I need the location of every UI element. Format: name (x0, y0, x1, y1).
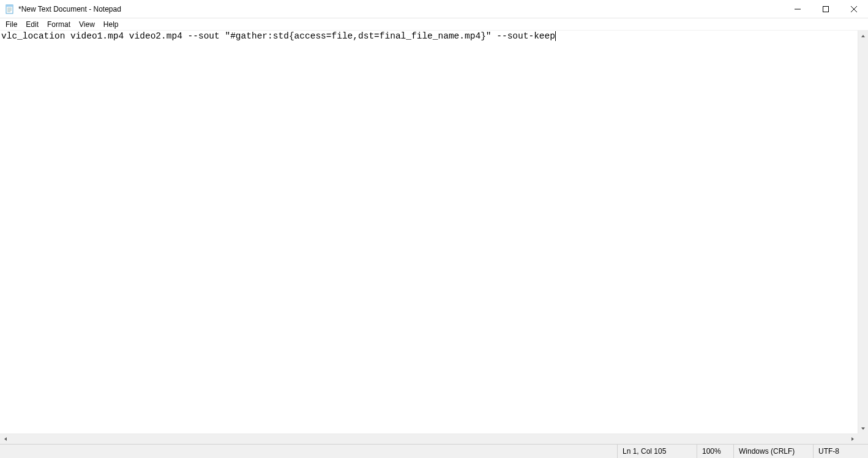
menu-file[interactable]: File (1, 19, 21, 30)
status-encoding: UTF-8 (813, 445, 868, 458)
text-editor[interactable]: vlc_location video1.mp4 video2.mp4 --sou… (0, 31, 858, 434)
text-caret (555, 31, 556, 41)
menu-format[interactable]: Format (43, 19, 75, 30)
horizontal-scrollbar[interactable] (0, 434, 858, 444)
minimize-button[interactable] (784, 0, 812, 18)
close-button[interactable] (840, 0, 868, 18)
window-title: *New Text Document - Notepad (18, 5, 121, 13)
scroll-down-icon[interactable] (858, 423, 868, 434)
svg-marker-10 (861, 35, 865, 37)
scroll-left-icon[interactable] (0, 434, 10, 444)
vertical-scrollbar[interactable] (858, 31, 868, 434)
status-filler (0, 445, 617, 458)
vertical-scroll-track[interactable] (858, 41, 868, 423)
notepad-icon (5, 4, 15, 14)
scroll-corner (858, 434, 868, 444)
svg-marker-13 (851, 437, 854, 441)
maximize-button[interactable] (812, 0, 840, 18)
scroll-up-icon[interactable] (858, 31, 868, 41)
svg-marker-12 (4, 437, 7, 441)
svg-rect-1 (6, 5, 13, 7)
svg-rect-7 (823, 6, 829, 12)
editor-content: vlc_location video1.mp4 video2.mp4 --sou… (1, 31, 555, 41)
horizontal-scroll-track[interactable] (10, 434, 847, 444)
editor-area: vlc_location video1.mp4 video2.mp4 --sou… (0, 31, 868, 444)
status-zoom: 100% (697, 445, 733, 458)
titlebar: *New Text Document - Notepad (0, 0, 868, 18)
menubar: File Edit Format View Help (0, 18, 868, 31)
menu-help[interactable]: Help (99, 19, 123, 30)
window-controls (784, 0, 868, 18)
status-position: Ln 1, Col 105 (617, 445, 697, 458)
statusbar: Ln 1, Col 105 100% Windows (CRLF) UTF-8 (0, 444, 868, 458)
svg-marker-11 (861, 427, 865, 430)
scroll-right-icon[interactable] (847, 434, 858, 444)
menu-view[interactable]: View (75, 19, 99, 30)
menu-edit[interactable]: Edit (21, 19, 43, 30)
status-line-ending: Windows (CRLF) (733, 445, 813, 458)
